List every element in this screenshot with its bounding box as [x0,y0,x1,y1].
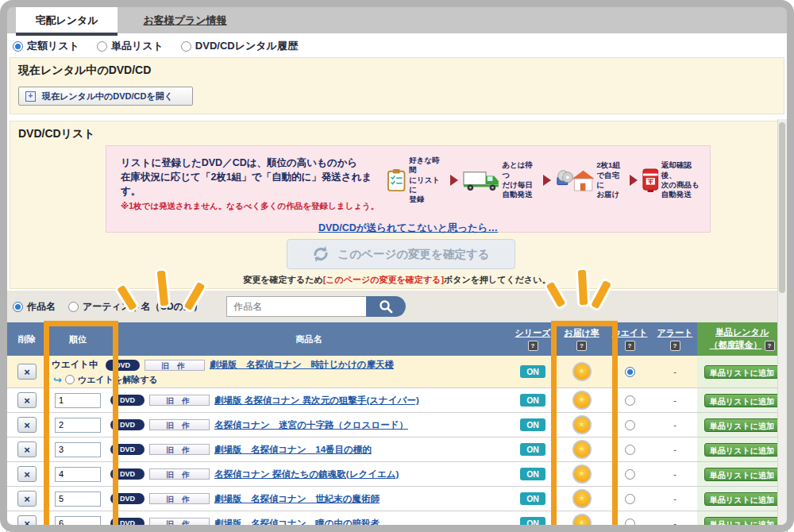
title-link[interactable]: 名探偵コナン 迷宮の十字路（クロスロード） [214,419,408,431]
delivery-rate-cell: ★ [557,413,607,437]
single-rental-header-link[interactable]: 単品レンタル [715,327,769,337]
radio-flatrate-list[interactable]: 定額リスト [13,39,79,53]
help-icon[interactable]: ? [625,341,635,351]
weight-radio[interactable] [625,519,635,529]
help-icon[interactable]: ? [576,341,587,351]
radio-icon[interactable] [13,302,23,312]
wait-release-option[interactable]: ↪ ウエイトを解除する [47,373,509,387]
dvd-list-panel: DVD/CDリスト リストに登録したDVD／CDは、順位の高いものから 在庫状況… [10,121,784,289]
rank-input[interactable] [55,467,101,482]
scrollbar-thumb[interactable] [779,122,785,293]
not-delivered-link[interactable]: DVD/CDが送られてこないと思ったら… [318,222,498,233]
confirm-changes-button[interactable]: このページの変更を確定する [287,239,515,269]
add-to-single-list-button[interactable]: 単品リストに追加 [704,443,781,457]
delete-button[interactable]: × [17,466,37,482]
series-on-badge[interactable]: ON [520,468,545,480]
dvd-badge: DVD [110,468,145,480]
title-link[interactable]: 劇場版 名探偵コナン 瞳の中の暗殺者 [214,518,380,530]
weight-cell [607,356,653,387]
series-cell: ON [509,487,557,511]
add-to-single-list-button[interactable]: 単品リストに追加 [704,517,781,530]
rank-input[interactable] [55,418,101,433]
rank-input[interactable] [55,393,101,408]
radio-icon[interactable] [65,375,75,384]
step-return: 返却確認後、 次の商品も 自動発送 [642,160,703,199]
radio-icon[interactable] [181,41,191,52]
tab-delivery-rental[interactable]: 宅配レンタル [16,7,118,33]
weight-radio[interactable] [625,367,635,377]
alert-cell: - [653,413,697,437]
single-rental-cell: 単品リストに追加 [697,438,787,461]
radio-search-title[interactable]: 作品名 [13,300,56,314]
radio-icon[interactable] [68,302,79,312]
series-on-badge[interactable]: ON [520,418,545,431]
delivery-star-icon: ★ [572,362,592,381]
dvd-badge: DVD [110,518,145,529]
series-header-link[interactable]: シリーズ [515,327,551,339]
rank-input[interactable] [55,492,101,507]
add-to-single-list-button[interactable]: 単品リストに追加 [704,418,781,432]
add-to-single-list-button[interactable]: 単品リストに追加 [704,365,781,379]
help-icon[interactable]: ? [670,341,680,351]
weight-radio[interactable] [625,420,635,430]
search-button[interactable] [366,296,406,317]
help-icon[interactable]: ? [528,341,538,351]
tab-plan-info[interactable]: お客様プラン情報 [118,7,252,33]
flow-arrow-icon [543,175,551,186]
rank-input[interactable] [55,516,101,531]
add-to-single-list-button[interactable]: 単品リストに追加 [704,492,781,506]
title-link[interactable]: 劇場版 名探偵コナン 異次元の狙撃手(スナイパー) [214,395,419,407]
delete-button[interactable]: × [17,515,37,531]
alert-value: - [673,395,676,405]
delivery-rate-cell: ★ [557,511,607,532]
weight-radio[interactable] [625,469,635,480]
series-on-badge[interactable]: ON [520,365,545,378]
search-input[interactable] [226,296,366,317]
title-link[interactable]: 劇場版 名探偵コナン 時計じかけの摩天楼 [210,359,394,371]
radio-search-artist[interactable]: アーティスト名（CDのみ） [68,300,202,314]
series-on-badge[interactable]: ON [520,443,545,456]
delete-cell: × [7,356,47,387]
table-row: × DVD 旧 作 劇場版 名探偵コナン 世紀末の魔術師 ON ★ - 単品リス… [7,487,787,511]
rank-input[interactable] [55,442,101,457]
delete-button[interactable]: × [17,491,37,507]
series-on-badge[interactable]: ON [520,492,545,505]
radio-rental-history[interactable]: DVD/CDレンタル履歴 [181,39,298,53]
col-header-rank: 順位 [47,322,109,356]
title-link[interactable]: 劇場版 名探偵コナン 世紀末の魔術師 [214,493,380,505]
alert-header-link[interactable]: アラート [657,327,693,339]
radio-icon[interactable] [97,41,107,52]
open-current-rental-button[interactable]: + 現在レンタル中のDVD/CDを開く [18,87,193,106]
add-to-single-list-button[interactable]: 単品リストに追加 [704,468,781,481]
delete-button[interactable]: × [17,441,37,457]
weight-radio[interactable] [625,445,635,455]
delete-button[interactable]: × [17,392,37,408]
add-to-single-list-button[interactable]: 単品リストに追加 [704,394,781,407]
scrollbar[interactable] [777,119,787,525]
confirm-button-label: このページの変更を確定する [337,247,489,262]
series-on-badge[interactable]: ON [520,394,545,407]
weight-cell [607,413,653,437]
series-on-badge[interactable]: ON [520,517,545,530]
series-cell: ON [509,388,557,412]
alert-value: - [673,519,676,528]
weight-radio[interactable] [625,494,635,504]
weight-radio[interactable] [625,395,635,406]
rank-cell [47,487,109,511]
radio-icon[interactable] [13,41,23,52]
step-register: 好きな時間 にリストに 登録 [387,156,445,205]
rental-page: 宅配レンタル お客様プラン情報 定額リスト 単品リスト DVD/CDレンタル履歴… [0,0,794,532]
radio-single-list[interactable]: 単品リスト [97,39,164,53]
dvd-badge: DVD [110,419,145,430]
col-header-delivery-rate: お届け率? [557,322,607,356]
delete-button[interactable]: × [17,417,37,433]
title-link[interactable]: 劇場版 名探偵コナン 14番目の標的 [214,444,372,456]
delete-button[interactable]: × [17,364,37,380]
dvd-table: 削除 順位 商品名 シリーズ? お届け率? ウエイト? アラート? 単品レンタル… [6,322,788,532]
delivery-header-link[interactable]: お届け率 [564,327,599,339]
help-icon[interactable]: ? [765,341,775,351]
col-header-alert: アラート? [653,322,697,356]
weight-header-link[interactable]: ウエイト [611,327,647,339]
title-link[interactable]: 名探偵コナン 探偵たちの鎮魂歌(レクイエム) [214,468,399,480]
table-row: × DVD 旧 作 劇場版 名探偵コナン 14番目の標的 ON ★ - 単品リス… [7,438,787,462]
